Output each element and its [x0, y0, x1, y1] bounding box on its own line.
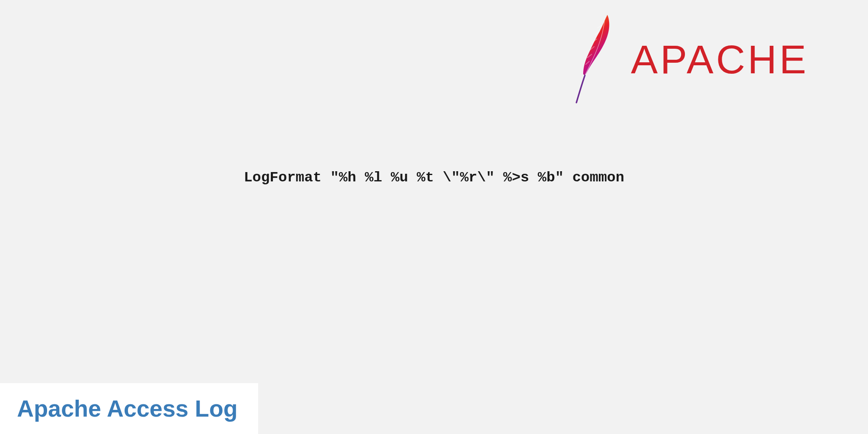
slide-title: Apache Access Log [0, 383, 258, 434]
apache-feather-icon [567, 13, 622, 106]
apache-brand-text: APACHE [631, 36, 809, 83]
apache-logo-block: APACHE [567, 13, 809, 106]
log-format-code: LogFormat "%h %l %u %t \"%r\" %>s %b" co… [244, 170, 624, 186]
